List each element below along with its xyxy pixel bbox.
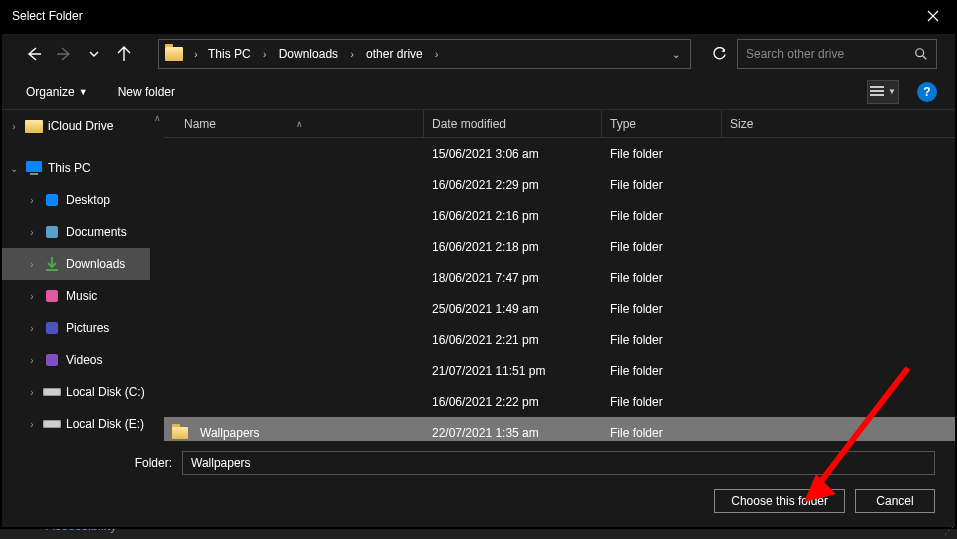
- organize-button[interactable]: Organize ▼: [20, 81, 94, 103]
- tree-item[interactable]: ›Desktop: [2, 184, 164, 216]
- file-row[interactable]: 21/07/2021 11:51 pmFile folder: [164, 355, 955, 386]
- file-row[interactable]: 16/06/2021 2:16 pmFile folder: [164, 200, 955, 231]
- folder-icon: [23, 117, 45, 135]
- expand-icon[interactable]: ›: [8, 121, 20, 132]
- column-type-header[interactable]: Type: [602, 110, 722, 137]
- file-row[interactable]: 15/06/2021 3:06 amFile folder: [164, 138, 955, 169]
- tree-item-label: This PC: [48, 161, 91, 175]
- refresh-button[interactable]: [703, 39, 735, 69]
- expand-icon[interactable]: ›: [26, 291, 38, 302]
- close-icon: [927, 10, 939, 22]
- column-name-header[interactable]: Name ∧: [164, 110, 424, 137]
- expand-icon[interactable]: ›: [26, 227, 38, 238]
- file-date: 25/06/2021 1:49 am: [424, 302, 602, 316]
- file-row[interactable]: 16/06/2021 2:21 pmFile folder: [164, 324, 955, 355]
- arrow-up-icon: [116, 46, 132, 62]
- file-header: Name ∧ Date modified Type Size: [164, 110, 955, 138]
- expand-icon[interactable]: ⌄: [8, 163, 20, 174]
- titlebar: Select Folder: [0, 0, 957, 32]
- address-dropdown[interactable]: ⌄: [668, 45, 684, 64]
- arrow-left-icon: [26, 46, 42, 62]
- expand-icon[interactable]: ›: [26, 195, 38, 206]
- tree-item-label: Local Disk (E:): [66, 417, 144, 431]
- choose-folder-button[interactable]: Choose this folder: [714, 489, 845, 513]
- scroll-up-icon[interactable]: ∧: [150, 110, 164, 126]
- tree-item[interactable]: ›Music: [2, 280, 164, 312]
- up-button[interactable]: [110, 40, 138, 68]
- file-type: File folder: [602, 147, 722, 161]
- file-date: 16/06/2021 2:16 pm: [424, 209, 602, 223]
- navigation-row: › This PC›Downloads›other drive› ⌄: [2, 34, 955, 74]
- chevron-down-icon: [88, 48, 100, 60]
- folder-input[interactable]: [182, 451, 935, 475]
- toolbar: Organize ▼ New folder ▼ ?: [2, 74, 955, 110]
- file-row[interactable]: Wallpapers22/07/2021 1:35 amFile folder: [164, 417, 955, 441]
- file-row[interactable]: 16/06/2021 2:29 pmFile folder: [164, 169, 955, 200]
- tree-item[interactable]: ›Pictures: [2, 312, 164, 344]
- file-row[interactable]: 25/06/2021 1:49 amFile folder: [164, 293, 955, 324]
- search-bar[interactable]: [737, 39, 937, 69]
- address-bar[interactable]: › This PC›Downloads›other drive› ⌄: [158, 39, 691, 69]
- svg-rect-13: [44, 389, 60, 395]
- documents-icon: [41, 223, 63, 241]
- file-row[interactable]: 18/06/2021 7:47 pmFile folder: [164, 262, 955, 293]
- view-options-button[interactable]: ▼: [867, 80, 899, 104]
- tree-panel: ∧ ›iCloud Drive⌄This PC›Desktop›Document…: [2, 110, 164, 441]
- expand-icon[interactable]: ›: [26, 323, 38, 334]
- tree-item-label: Videos: [66, 353, 102, 367]
- breadcrumb: This PC›Downloads›other drive›: [203, 44, 668, 64]
- expand-icon[interactable]: ›: [26, 355, 38, 366]
- breadcrumb-separator[interactable]: ›: [189, 49, 203, 60]
- svg-rect-3: [870, 94, 884, 96]
- breadcrumb-item[interactable]: This PC: [203, 44, 256, 64]
- list-view-icon: [870, 86, 884, 98]
- file-type: File folder: [602, 271, 722, 285]
- resize-grip-icon[interactable]: ⋰: [944, 525, 954, 536]
- tree-item[interactable]: ›Videos: [2, 344, 164, 376]
- folder-icon: [172, 427, 188, 439]
- expand-icon[interactable]: ›: [26, 419, 38, 430]
- desktop-icon: [41, 191, 63, 209]
- select-folder-dialog: Select Folder › This PC›Downloads›other …: [0, 0, 957, 529]
- expand-icon[interactable]: ›: [26, 259, 38, 270]
- button-row: Choose this folder Cancel: [22, 489, 935, 513]
- expand-icon[interactable]: ›: [26, 387, 38, 398]
- search-input[interactable]: [746, 47, 914, 61]
- recent-button[interactable]: [80, 40, 108, 68]
- tree-scrollbar[interactable]: ∧: [150, 110, 164, 441]
- pc-icon: [23, 159, 45, 177]
- svg-rect-8: [46, 269, 58, 271]
- videos-icon: [41, 351, 63, 369]
- refresh-icon: [712, 47, 727, 62]
- breadcrumb-separator[interactable]: ›: [258, 49, 272, 60]
- tree-item[interactable]: ›Local Disk (E:): [2, 408, 164, 440]
- file-type: File folder: [602, 364, 722, 378]
- help-button[interactable]: ?: [917, 82, 937, 102]
- breadcrumb-separator[interactable]: ›: [345, 49, 359, 60]
- back-button[interactable]: [20, 40, 48, 68]
- new-folder-button[interactable]: New folder: [112, 81, 181, 103]
- tree-item[interactable]: ›Documents: [2, 216, 164, 248]
- tree-item[interactable]: ›iCloud Drive: [2, 110, 164, 142]
- tree-item[interactable]: ⌄This PC: [2, 152, 164, 184]
- file-row[interactable]: 16/06/2021 2:22 pmFile folder: [164, 386, 955, 417]
- file-date: 18/06/2021 7:47 pm: [424, 271, 602, 285]
- organize-label: Organize: [26, 85, 75, 99]
- breadcrumb-item[interactable]: other drive: [361, 44, 428, 64]
- svg-rect-9: [46, 290, 58, 302]
- column-date-header[interactable]: Date modified: [424, 110, 602, 137]
- breadcrumb-item[interactable]: Downloads: [274, 44, 343, 64]
- column-size-header[interactable]: Size: [722, 110, 802, 137]
- tree-item[interactable]: ›Local Disk (C:): [2, 376, 164, 408]
- forward-button[interactable]: [50, 40, 78, 68]
- breadcrumb-separator[interactable]: ›: [430, 49, 444, 60]
- tree-item[interactable]: ›Downloads: [2, 248, 164, 280]
- folder-input-row: Folder:: [22, 451, 935, 475]
- cancel-button[interactable]: Cancel: [855, 489, 935, 513]
- close-button[interactable]: [921, 4, 945, 28]
- svg-rect-2: [870, 90, 884, 92]
- file-row[interactable]: 16/06/2021 2:18 pmFile folder: [164, 231, 955, 262]
- file-type: File folder: [602, 302, 722, 316]
- main-area: ∧ ›iCloud Drive⌄This PC›Desktop›Document…: [2, 110, 955, 441]
- svg-rect-4: [26, 161, 42, 172]
